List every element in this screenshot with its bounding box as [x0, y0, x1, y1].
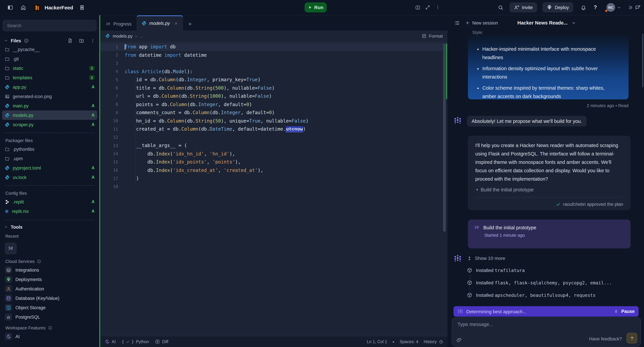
collapse-panel-button[interactable] — [628, 2, 633, 13]
code-line-10[interactable]: 10 hn_id = db.Column(db.String(50), uniq… — [100, 117, 448, 125]
new-chat-button[interactable] — [635, 2, 641, 13]
sidebar-item-authentication[interactable]: Authentication — [0, 284, 99, 293]
file-item-templates[interactable]: templates2 — [2, 73, 97, 82]
file-item-static[interactable]: static2 — [2, 64, 97, 73]
database-icon — [6, 296, 11, 301]
file-item-models.py[interactable]: models.pyA — [2, 111, 97, 120]
code-line-18[interactable]: 18 — [100, 182, 448, 191]
sidebar-item-integrations[interactable]: Integrations — [0, 265, 99, 275]
file-item-replit.nix[interactable]: ❄replit.nixA — [2, 206, 97, 216]
code-line-7[interactable]: 7 url = db.Column(db.String(1000), nulla… — [100, 92, 448, 100]
panel-left-icon[interactable] — [8, 5, 13, 11]
expand-editor-icon[interactable] — [425, 5, 430, 10]
task-subtitle: Started 1 minute ago — [484, 233, 624, 238]
code-line-13[interactable]: 13 __table_args__ = ( — [100, 141, 448, 150]
statusbar-language[interactable]: {} Python — [122, 339, 149, 344]
file-item-uv.lock[interactable]: uv.lockA — [2, 173, 97, 182]
message-input[interactable]: Type message... Have feedback? — [452, 317, 641, 346]
feedback-link[interactable]: Have feedback? — [589, 336, 622, 341]
send-button[interactable] — [626, 333, 637, 343]
avatar[interactable]: RC ✦ — [606, 3, 615, 12]
files-menu-icon[interactable] — [90, 38, 95, 43]
spaces-setting[interactable]: Spaces: 4 — [400, 339, 418, 344]
new-tab-button[interactable] — [183, 17, 197, 31]
tab-models-py[interactable]: models.py — [136, 16, 183, 31]
breadcrumb-more[interactable]: ... — [139, 34, 143, 39]
code-line-5[interactable]: 5 id = db.Column(db.Integer, primary_key… — [100, 76, 448, 84]
code-line-3[interactable]: 3 — [100, 59, 448, 67]
code-line-17[interactable]: 17 ) — [100, 174, 448, 182]
topbar-search[interactable] — [498, 2, 504, 13]
server-stack-icon[interactable] — [79, 5, 85, 11]
code-line-1[interactable]: 1from app import db — [100, 43, 448, 51]
history-button[interactable]: History — [424, 339, 444, 344]
hacker-plan-star-icon: ✦ — [604, 9, 608, 14]
cursor-position[interactable]: Ln 1, Col 1 — [367, 339, 387, 344]
code-line-8[interactable]: 8 points = db.Column(db.Integer, default… — [100, 100, 448, 108]
code-editor[interactable]: 1from app import db2from datetime import… — [100, 42, 448, 337]
sidebar-item-database-key-value-[interactable]: Database (Key/Value) — [0, 293, 99, 303]
show-more-button[interactable]: Show 10 more — [467, 255, 505, 261]
close-tab-icon[interactable] — [174, 21, 178, 25]
new-file-icon[interactable] — [68, 38, 73, 43]
editor-scrollbar[interactable] — [443, 44, 446, 232]
notifications-button[interactable] — [580, 2, 586, 13]
sidebar-item-ai[interactable]: AI — [0, 332, 99, 341]
statusbar-ai[interactable]: AI — [105, 339, 116, 344]
chevron-down-icon[interactable] — [4, 39, 8, 43]
new-session-button[interactable]: New session — [465, 20, 498, 25]
code-line-6[interactable]: 6 title = db.Column(db.String(500), null… — [100, 84, 448, 92]
line-number: 18 — [100, 184, 125, 189]
sessions-list-icon[interactable] — [454, 20, 460, 26]
file-item-.replit[interactable]: .replitA — [2, 197, 97, 206]
sidebar-item-deployments[interactable]: Deployments — [0, 275, 99, 284]
run-button[interactable]: Run — [304, 2, 327, 13]
code-line-4[interactable]: 4class Article(db.Model): — [100, 67, 448, 76]
code-line-14[interactable]: 14 db.Index('idx_hn_id', 'hn_id'), — [100, 150, 448, 158]
pause-button[interactable]: Pause — [621, 309, 634, 314]
file-item-.upm[interactable]: .upm — [2, 154, 97, 163]
file-item-app.py[interactable]: app.pyA — [2, 82, 97, 92]
replit-workspace: HackerFeed Run Invite Deploy ? RC ✦ — [0, 0, 644, 347]
file-item-.pythonlibs[interactable]: .pythonlibs — [2, 144, 97, 154]
search-input[interactable]: Search — [3, 20, 96, 31]
replit-icon — [5, 199, 10, 204]
file-item-pyproject.toml[interactable]: pyproject.tomlA — [2, 163, 97, 173]
statusbar-diff[interactable]: Diff — [155, 339, 168, 344]
new-folder-icon[interactable] — [79, 38, 84, 43]
folder-icon — [5, 156, 10, 161]
plan-meta[interactable]: 2 minutes ago • Read — [587, 103, 628, 108]
task-card[interactable]: Build the initial prototype Started 1 mi… — [468, 220, 630, 248]
agent-scrollbar[interactable] — [642, 34, 643, 87]
check-icon — [556, 202, 560, 207]
editor-menu-icon[interactable] — [435, 5, 440, 10]
code-line-9[interactable]: 9 comments_count = db.Column(db.Integer,… — [100, 108, 448, 117]
invite-button[interactable]: Invite — [510, 2, 537, 13]
file-item-generated-icon.png[interactable]: generated-icon.png — [2, 92, 97, 101]
sidebar-item-postgresql[interactable]: PostgreSQL — [0, 312, 99, 322]
code-line-15[interactable]: 15 db.Index('idx_points', 'points'), — [100, 158, 448, 166]
tab-progress[interactable]: Progress — [100, 17, 136, 31]
line-number: 7 — [100, 94, 125, 99]
code-line-12[interactable]: 12 — [100, 133, 448, 141]
code-line-11[interactable]: 11 created_at = db.Column(db.DateTime, d… — [100, 125, 448, 133]
chevron-down-icon[interactable] — [617, 5, 621, 10]
file-item-__pycache__[interactable]: __pycache__ — [2, 45, 97, 54]
tools-header[interactable]: Tools — [0, 222, 99, 232]
attach-icon[interactable] — [456, 337, 462, 343]
ai-icon — [105, 339, 110, 344]
code-line-2[interactable]: 2from datetime import datetime — [100, 51, 448, 59]
file-item-main.py[interactable]: main.pyA — [2, 101, 97, 111]
code-line-16[interactable]: 16 db.Index('idx_created_at', 'created_a… — [100, 166, 448, 174]
file-item-.git[interactable]: .git — [2, 54, 97, 64]
sidebar-item-object-storage[interactable]: 1001Object Storage — [0, 303, 99, 312]
recent-tool-console[interactable] — [5, 242, 17, 254]
deploy-button[interactable]: Deploy — [542, 2, 573, 13]
help-button[interactable]: ? — [594, 2, 597, 13]
home-icon[interactable] — [20, 5, 26, 11]
split-editor-icon[interactable] — [415, 5, 420, 11]
line-number: 14 — [100, 151, 125, 156]
breadcrumb-file[interactable]: models.py — [113, 34, 133, 39]
format-button[interactable]: Format — [422, 34, 443, 39]
file-item-scraper.py[interactable]: scraper.pyA — [2, 120, 97, 129]
